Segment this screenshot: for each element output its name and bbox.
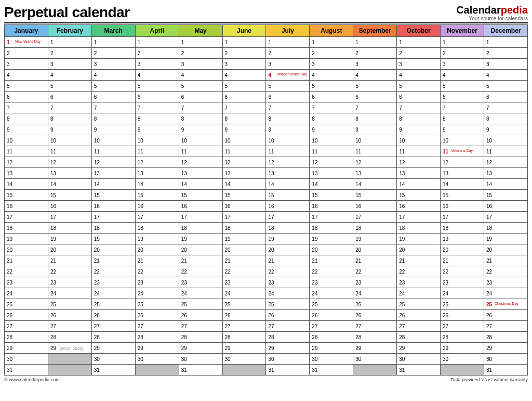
day-cell: 23 — [266, 277, 310, 288]
day-cell: 11 — [91, 146, 135, 157]
day-cell: 26 — [441, 310, 484, 321]
day-cell: 3 — [266, 59, 310, 70]
day-number: 27 — [94, 324, 101, 329]
day-cell: 26 — [397, 310, 441, 321]
brand: Calendarpedia Your source for calendars — [456, 4, 528, 21]
day-cell: 24 — [484, 288, 527, 299]
day-number: 25 — [443, 302, 450, 307]
day-cell: 22 — [353, 266, 397, 277]
day-cell: 15 — [441, 190, 484, 201]
day-cell: 28 — [266, 332, 310, 343]
day-cell: 6 — [441, 92, 484, 102]
day-number: 21 — [312, 258, 319, 264]
day-number: 21 — [268, 258, 275, 264]
day-cell: 23 — [484, 277, 527, 288]
day-number: 10 — [138, 138, 145, 144]
day-cell: 22 — [5, 266, 48, 277]
day-number: 25 — [399, 302, 406, 307]
day-number: 16 — [443, 203, 450, 209]
day-cell: 16 — [266, 201, 310, 212]
day-number: 27 — [355, 324, 363, 329]
day-number: 14 — [225, 182, 232, 187]
day-cell: 23 — [48, 277, 91, 288]
day-cell: 6 — [310, 92, 353, 102]
day-number: 25 — [7, 302, 14, 307]
day-cell: 14 — [484, 179, 527, 190]
day-number: 28 — [138, 334, 145, 340]
day-number: 15 — [443, 192, 450, 198]
day-cell: 13 — [353, 168, 397, 179]
day-cell: 30 — [91, 354, 135, 365]
day-cell: 8 — [484, 113, 527, 124]
month-header-january: January — [5, 25, 48, 37]
day-number: 24 — [486, 291, 494, 296]
day-cell: 28 — [222, 332, 266, 343]
day-cell: 9 — [266, 124, 310, 135]
day-number: 4 — [312, 72, 319, 78]
day-cell: 17 — [353, 212, 397, 223]
day-cell: 19 — [179, 234, 222, 244]
day-number: 7 — [138, 105, 145, 111]
day-number: 10 — [355, 138, 363, 144]
day-number: 7 — [355, 105, 363, 111]
day-number: 1 — [94, 40, 101, 45]
day-cell: 27 — [5, 321, 48, 332]
day-cell: 7 — [48, 102, 91, 113]
day-cell: 16 — [48, 201, 91, 212]
day-cell: 29 — [397, 343, 441, 354]
day-number: 29 — [486, 345, 494, 351]
day-cell: 14 — [48, 179, 91, 190]
day-number: 8 — [50, 116, 58, 122]
day-cell: 27 — [266, 321, 310, 332]
day-cell: 15 — [353, 190, 397, 201]
holiday-label: Christmas Day — [495, 302, 518, 305]
table-row: 888888888888 — [5, 113, 528, 124]
day-cell: 22 — [266, 266, 310, 277]
day-number: 17 — [312, 214, 319, 220]
day-cell: 26 — [48, 310, 91, 321]
day-cell: 12 — [48, 157, 91, 168]
day-number: 19 — [94, 236, 101, 242]
day-number: 21 — [486, 258, 494, 264]
day-number: 15 — [50, 192, 58, 198]
day-number: 10 — [50, 138, 58, 144]
day-cell: 19 — [135, 234, 179, 244]
day-number: 23 — [399, 280, 406, 286]
day-cell: 1 — [397, 37, 441, 48]
day-cell: 4 — [179, 70, 222, 81]
day-number: 8 — [268, 116, 275, 122]
day-cell: 9 — [135, 124, 179, 135]
day-number: 28 — [399, 334, 406, 340]
day-number: 18 — [7, 225, 14, 231]
day-number: 2 — [355, 50, 363, 56]
day-number: 17 — [486, 214, 494, 220]
day-number: 7 — [181, 105, 189, 111]
day-cell: 14 — [5, 179, 48, 190]
day-cell — [353, 365, 397, 376]
day-cell: 25 — [353, 299, 397, 310]
day-number: 19 — [312, 236, 319, 242]
day-cell: 18 — [397, 223, 441, 234]
day-cell: 19 — [91, 234, 135, 244]
day-cell: 19 — [353, 234, 397, 244]
day-cell: 22 — [484, 266, 527, 277]
day-cell: 18 — [484, 223, 527, 234]
day-number: 10 — [399, 138, 406, 144]
day-number: 17 — [268, 214, 275, 220]
day-number: 20 — [443, 247, 450, 253]
day-number: 21 — [443, 258, 450, 264]
day-number: 20 — [399, 247, 406, 253]
day-number: 7 — [225, 105, 232, 111]
day-number: 5 — [486, 83, 494, 89]
day-cell: 13 — [397, 168, 441, 179]
day-number: 13 — [181, 171, 189, 176]
day-cell: 27 — [353, 321, 397, 332]
day-number: 26 — [355, 313, 363, 318]
day-number: 14 — [181, 182, 189, 187]
day-cell: 11 — [484, 146, 527, 157]
day-cell: 24 — [91, 288, 135, 299]
day-cell: 29 — [91, 343, 135, 354]
day-cell: 11 — [179, 146, 222, 157]
day-cell: 24 — [266, 288, 310, 299]
table-row: 31313131313131 — [5, 365, 528, 376]
